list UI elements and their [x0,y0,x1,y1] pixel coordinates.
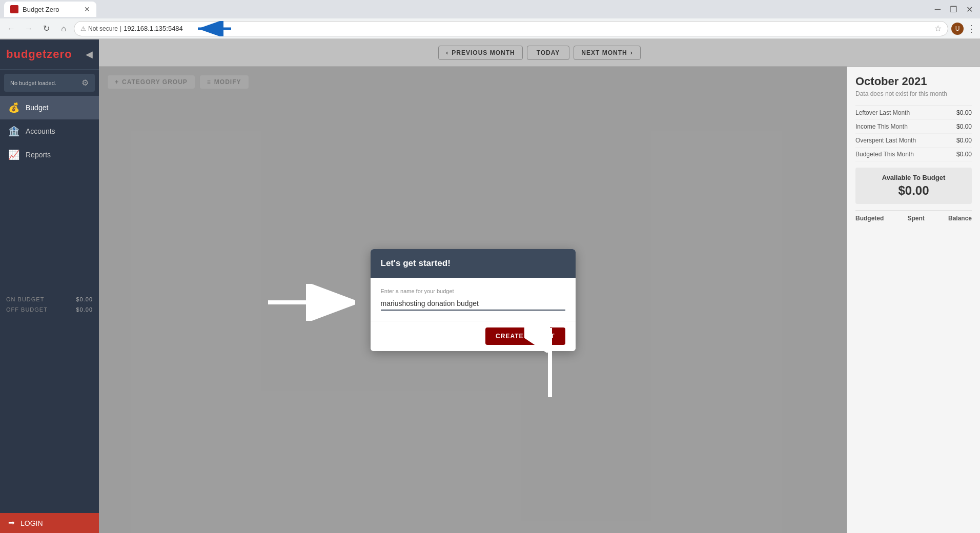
create-budget-button[interactable]: CREATE BUDGET [485,327,565,345]
login-label: LOGIN [21,519,43,527]
tab-title: Budget Zero [23,6,59,13]
browser-menu-button[interactable]: ⋮ [967,23,976,34]
prev-month-label: PREVIOUS MONTH [452,49,515,56]
budget-icon: 💰 [8,102,19,113]
lock-icon: ⚠ [80,25,86,32]
left-arrow-annotation [263,282,365,323]
modal-title: Let's get started! [381,258,451,268]
today-button[interactable]: TODAY [527,46,570,60]
tab-close-button[interactable]: ✕ [84,5,90,13]
stat-label-overspent: Overspent Last Month [855,137,916,144]
budget-status-label: No budget loaded. [10,80,56,86]
on-budget-amount: $0.00 [76,296,93,302]
col-balance: Balance [948,215,972,222]
sidebar-item-reports-label: Reports [26,151,51,159]
stat-value-leftover: $0.00 [956,109,972,116]
budget-columns-header: Budgeted Spent Balance [855,210,972,226]
app-container: budgetzero ◀ No budget loaded. ⚙ 💰 Budge… [0,39,980,533]
modal-header: Let's get started! [371,249,576,278]
stat-overspent-last-month: Overspent Last Month $0.00 [855,134,972,148]
sidebar-item-reports[interactable]: 📈 Reports [0,143,99,167]
back-button[interactable]: ← [4,22,18,36]
col-spent: Spent [907,215,924,222]
profile-icon[interactable]: U [951,23,964,35]
url-separator: | [120,25,121,32]
budget-status-bar: No budget loaded. ⚙ [4,74,95,92]
login-button[interactable]: ⮕ LOGIN [0,513,99,533]
settings-icon[interactable]: ⚙ [81,78,89,88]
budget-area: + CATEGORY GROUP ≡ MODIFY [99,67,847,533]
browser-title-bar: Budget Zero ✕ ─ ❐ ✕ [0,0,980,18]
forward-button[interactable]: → [22,22,36,36]
sidebar: budgetzero ◀ No budget loaded. ⚙ 💰 Budge… [0,39,99,533]
browser-chrome: Budget Zero ✕ ─ ❐ ✕ ← → ↻ ⌂ ⚠ Not secure… [0,0,980,39]
sidebar-item-budget-label: Budget [26,104,48,112]
not-secure-indicator: ⚠ Not secure | 192.168.1.135:5484 [80,21,234,36]
login-icon: ⮕ [8,519,15,527]
stat-value-income: $0.00 [956,123,972,130]
logo-budget: budget [6,48,47,60]
stat-label-budgeted: Budgeted This Month [855,151,914,158]
budget-name-label: Enter a name for your budget [381,288,565,294]
stat-income-this-month: Income This Month $0.00 [855,120,972,134]
accounts-icon: 🏦 [8,126,19,137]
not-secure-label: Not secure [88,25,118,32]
off-budget-row: OFF BUDGET $0.00 [6,306,93,313]
sidebar-item-budget[interactable]: 💰 Budget [0,96,99,119]
next-month-label: NEXT MONTH [581,49,627,56]
stat-leftover-last-month: Leftover Last Month $0.00 [855,106,972,120]
reload-button[interactable]: ↻ [39,22,53,36]
modal-overlay: Let's get started! Enter a name for your… [99,67,847,533]
tab-favicon [10,5,18,13]
window-controls: ─ ❐ ✕ [932,5,976,14]
col-budgeted: Budgeted [855,215,884,222]
close-button[interactable]: ✕ [963,5,976,14]
stat-value-overspent: $0.00 [956,137,972,144]
maximize-button[interactable]: ❐ [947,5,960,14]
current-month-title: October 2021 [855,75,972,88]
browser-tab[interactable]: Budget Zero ✕ [4,2,96,17]
off-budget-amount: $0.00 [76,306,93,313]
sidebar-nav: 💰 Budget 🏦 Accounts 📈 Reports [0,96,99,292]
browser-toolbar: ← → ↻ ⌂ ⚠ Not secure | 192.168.1.135:548… [0,18,980,39]
blue-arrow-annotation [193,21,234,36]
prev-chevron-icon: ‹ [446,49,448,56]
content-area: + CATEGORY GROUP ≡ MODIFY [99,67,980,533]
budget-name-input[interactable] [381,297,565,311]
sidebar-header: budgetzero ◀ [0,39,99,70]
modal-footer: CREATE BUDGET [371,321,576,351]
off-budget-label: OFF BUDGET [6,306,48,313]
on-budget-label: ON BUDGET [6,296,44,302]
available-to-budget-box: Available To Budget $0.00 [855,168,972,204]
minimize-button[interactable]: ─ [932,5,944,14]
create-budget-label: CREATE BUDGET [496,333,555,340]
stat-label-leftover: Leftover Last Month [855,109,910,116]
month-subtitle: Data does not exist for this month [855,90,972,97]
reports-icon: 📈 [8,149,19,160]
account-section: ON BUDGET $0.00 OFF BUDGET $0.00 [0,292,99,317]
toggle-sidebar-button[interactable]: ◀ [86,49,93,60]
stat-label-income: Income This Month [855,123,908,130]
sidebar-item-accounts[interactable]: 🏦 Accounts [0,119,99,143]
sidebar-item-accounts-label: Accounts [26,127,55,135]
address-bar[interactable]: ⚠ Not secure | 192.168.1.135:5484 ☆ [74,21,948,36]
bookmark-icon[interactable]: ☆ [934,24,942,33]
next-month-button[interactable]: NEXT MONTH › [574,46,640,60]
on-budget-row: ON BUDGET $0.00 [6,296,93,302]
prev-month-button[interactable]: ‹ PREVIOUS MONTH [438,46,522,60]
stat-value-budgeted: $0.00 [956,151,972,158]
available-amount: $0.00 [862,183,966,198]
url-text: 192.168.1.135:5484 [124,25,183,32]
home-button[interactable]: ⌂ [56,22,71,36]
create-budget-modal: Let's get started! Enter a name for your… [371,249,576,351]
modal-body: Enter a name for your budget [371,278,576,321]
today-label: TODAY [537,49,560,56]
next-chevron-icon: › [630,49,633,56]
available-title: Available To Budget [862,174,966,181]
right-panel: October 2021 Data does not exist for thi… [847,67,980,533]
month-navigation-bar: ‹ PREVIOUS MONTH TODAY NEXT MONTH › [99,39,980,67]
main-content: ‹ PREVIOUS MONTH TODAY NEXT MONTH › + CA… [99,39,980,533]
logo-zero: zero [47,48,72,60]
app-logo: budgetzero [6,48,72,61]
stat-budgeted-this-month: Budgeted This Month $0.00 [855,148,972,161]
